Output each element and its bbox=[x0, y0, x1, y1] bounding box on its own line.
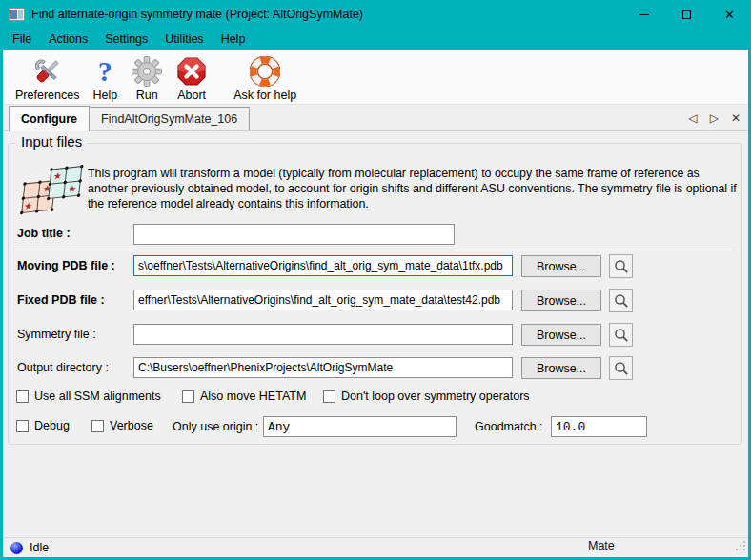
tab-findaltorigsymmate-106[interactable]: FindAltOrigSymMate_106 bbox=[90, 107, 250, 130]
status-text: Idle bbox=[30, 541, 49, 554]
input-files-groupbox: Input files ★ bbox=[8, 143, 742, 445]
svg-text:★: ★ bbox=[53, 170, 63, 182]
toolbar-run-button[interactable]: Run bbox=[124, 50, 170, 104]
symmetry-file-input[interactable] bbox=[133, 324, 513, 345]
checkbox-icon bbox=[323, 390, 335, 403]
fixed-pdb-view-button[interactable] bbox=[609, 289, 633, 312]
gear-icon bbox=[131, 54, 163, 89]
menu-help[interactable]: Help bbox=[213, 30, 254, 48]
window-title: Find alternate-origin symmetry mate (Pro… bbox=[31, 8, 363, 21]
checkbox-icon bbox=[16, 390, 29, 403]
checkbox-label: Use all SSM alignments bbox=[34, 390, 161, 403]
checkbox-icon bbox=[91, 420, 104, 432]
menu-utilities[interactable]: Utilities bbox=[156, 30, 212, 48]
tools-icon bbox=[31, 54, 64, 89]
fixed-pdb-input[interactable] bbox=[133, 290, 513, 310]
configure-panel: Input files ★ bbox=[3, 131, 748, 537]
checkbox-label: Don't loop over symmetry operators bbox=[341, 390, 530, 403]
also-move-hetatm-checkbox[interactable]: Also move HETATM bbox=[182, 390, 306, 403]
status-idle-icon bbox=[10, 542, 23, 554]
app-window: Find alternate-origin symmetry mate (Pro… bbox=[0, 0, 751, 560]
toolbar-help-button[interactable]: ? Help bbox=[86, 50, 124, 104]
title-bar: Find alternate-origin symmetry mate (Pro… bbox=[0, 0, 751, 29]
dont-loop-symmetry-operators-checkbox[interactable]: Don't loop over symmetry operators bbox=[323, 390, 530, 403]
toolbar-preferences-button[interactable]: Preferences bbox=[9, 50, 86, 104]
tab-bar: Configure FindAltOrigSymMate_106 ◁ ▷ ✕ bbox=[3, 105, 748, 131]
status-bar: Idle Mate bbox=[3, 537, 748, 557]
moving-pdb-browse-button[interactable]: Browse... bbox=[521, 255, 601, 277]
maximize-button[interactable] bbox=[665, 0, 708, 29]
use-all-ssm-alignments-checkbox[interactable]: Use all SSM alignments bbox=[16, 390, 161, 403]
job-title-input[interactable] bbox=[133, 224, 455, 245]
job-title-label: Job title : bbox=[17, 227, 71, 240]
output-directory-label: Output directory : bbox=[17, 361, 109, 374]
menu-actions[interactable]: Actions bbox=[40, 30, 96, 48]
window-body: Preferences ? Help bbox=[3, 50, 748, 557]
verbose-checkbox[interactable]: Verbose bbox=[91, 419, 153, 432]
toolbar-abort-button[interactable]: Abort bbox=[170, 50, 213, 104]
goodmatch-input[interactable] bbox=[551, 416, 647, 437]
checkbox-icon bbox=[16, 420, 29, 432]
output-directory-browse-button[interactable]: Browse... bbox=[521, 357, 601, 379]
moving-pdb-view-button[interactable] bbox=[609, 254, 633, 278]
magnifier-icon bbox=[614, 259, 629, 274]
minimize-button[interactable] bbox=[622, 0, 665, 29]
fixed-pdb-label: Fixed PDB file : bbox=[17, 293, 105, 307]
goodmatch-label: Goodmatch : bbox=[475, 420, 543, 433]
symmetry-file-browse-button[interactable]: Browse... bbox=[521, 324, 601, 346]
lifebuoy-icon bbox=[250, 54, 280, 89]
moving-pdb-input[interactable] bbox=[133, 255, 513, 276]
menu-settings[interactable]: Settings bbox=[96, 30, 156, 48]
toolbar-label: Abort bbox=[177, 89, 206, 102]
only-use-origin-input[interactable] bbox=[263, 416, 457, 437]
checkbox-label: Also move HETATM bbox=[200, 390, 306, 403]
output-directory-view-button[interactable] bbox=[609, 356, 633, 380]
magnifier-icon bbox=[614, 328, 629, 343]
toolbar: Preferences ? Help bbox=[3, 50, 748, 105]
program-description: This program will transform a model (typ… bbox=[88, 167, 741, 211]
menu-bar: File Actions Settings Utilities Help bbox=[0, 29, 751, 50]
lattice-symmetry-icon: ★ ★ ★ bbox=[15, 162, 88, 221]
toolbar-label: Help bbox=[92, 89, 117, 102]
magnifier-icon bbox=[614, 293, 629, 309]
section-title: Input files bbox=[16, 133, 87, 150]
divider bbox=[13, 250, 737, 250]
minimize-icon bbox=[639, 14, 649, 15]
checkbox-label: Verbose bbox=[110, 419, 153, 432]
tab-close-icon[interactable]: ✕ bbox=[731, 111, 741, 125]
close-button[interactable]: ✕ bbox=[708, 0, 751, 29]
resize-grip[interactable] bbox=[736, 538, 746, 555]
only-use-origin-label: Only use origin : bbox=[173, 420, 258, 433]
tab-scroll-left-icon[interactable]: ◁ bbox=[688, 111, 697, 125]
debug-checkbox[interactable]: Debug bbox=[16, 419, 70, 432]
status-clipped-text: Mate bbox=[588, 539, 615, 552]
svg-text:★: ★ bbox=[68, 183, 77, 194]
checkbox-label: Debug bbox=[34, 419, 70, 432]
symmetry-file-label: Symmetry file : bbox=[17, 328, 96, 341]
moving-pdb-label: Moving PDB file : bbox=[17, 259, 115, 272]
toolbar-label: Preferences bbox=[15, 89, 79, 102]
question-icon: ? bbox=[98, 54, 112, 89]
toolbar-label: Ask for help bbox=[233, 89, 296, 102]
symmetry-file-view-button[interactable] bbox=[609, 323, 633, 347]
menu-file[interactable]: File bbox=[4, 30, 40, 48]
output-directory-input[interactable] bbox=[133, 357, 513, 378]
toolbar-label: Run bbox=[136, 89, 158, 102]
svg-text:★: ★ bbox=[24, 200, 33, 211]
maximize-icon bbox=[682, 10, 691, 19]
stop-icon bbox=[176, 54, 207, 89]
app-window-icon bbox=[9, 8, 25, 21]
tab-configure[interactable]: Configure bbox=[9, 106, 90, 131]
checkbox-icon bbox=[182, 390, 194, 403]
fixed-pdb-browse-button[interactable]: Browse... bbox=[521, 290, 601, 311]
tab-scroll-right-icon[interactable]: ▷ bbox=[710, 111, 719, 125]
magnifier-icon bbox=[614, 361, 629, 376]
toolbar-ask-for-help-button[interactable]: Ask for help bbox=[227, 50, 303, 104]
